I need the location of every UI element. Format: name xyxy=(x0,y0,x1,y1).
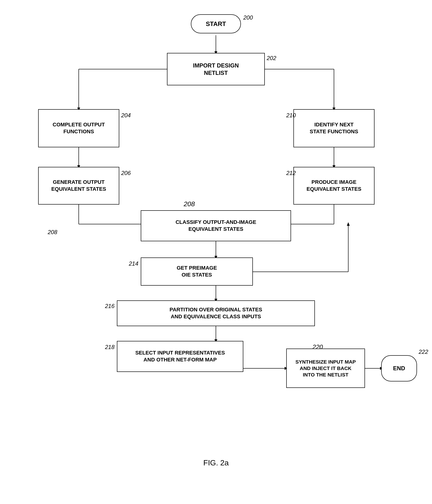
svg-marker-31 xyxy=(347,222,350,226)
ref-218: 218 xyxy=(105,344,114,351)
partition-node: PARTITION OVER ORIGINAL STATESAND EQUIVA… xyxy=(117,300,315,326)
get-preimage-node: GET PREIMAGEOIE STATES xyxy=(141,258,253,286)
ref-208-left: 208 xyxy=(48,229,57,235)
generate-output-equivalent-states-node: GENERATE OUTPUTEQUIVALENT STATES xyxy=(38,167,119,205)
produce-image-equivalent-states-node: PRODUCE IMAGEEQUIVALENT STATES xyxy=(294,167,375,205)
complete-output-functions-node: COMPLETE OUTPUTFUNCTIONS xyxy=(38,109,119,147)
figure-caption: FIG. 2a xyxy=(203,459,229,467)
start-node: START xyxy=(191,14,241,33)
identify-next-state-functions-node: IDENTIFY NEXTSTATE FUNCTIONS xyxy=(294,109,375,147)
end-node: END xyxy=(381,355,417,381)
classify-node: CLASSIFY OUTPUT-AND-IMAGEEQUIVALENT STAT… xyxy=(141,210,291,241)
ref-210: 210 xyxy=(286,112,296,119)
ref-216: 216 xyxy=(105,303,114,309)
ref-200: 200 xyxy=(243,14,253,21)
flowchart-diagram: START 200 IMPORT DESIGNNETLIST 202 COMPL… xyxy=(0,0,432,477)
select-input-representatives-node: SELECT INPUT REPRESENTATIVESAND OTHER NE… xyxy=(117,341,243,372)
ref-208-top: 208 xyxy=(184,200,195,208)
ref-206: 206 xyxy=(121,170,131,176)
import-design-netlist-node: IMPORT DESIGNNETLIST xyxy=(167,53,265,85)
ref-214: 214 xyxy=(129,260,138,267)
ref-202: 202 xyxy=(267,55,276,62)
ref-204: 204 xyxy=(121,112,131,119)
ref-220: 220 xyxy=(313,343,323,351)
ref-212: 212 xyxy=(286,170,296,176)
ref-222: 222 xyxy=(419,349,428,355)
synthesize-node: SYNTHESIZE INPUT MAPAND INJECT IT BACKIN… xyxy=(286,349,365,388)
